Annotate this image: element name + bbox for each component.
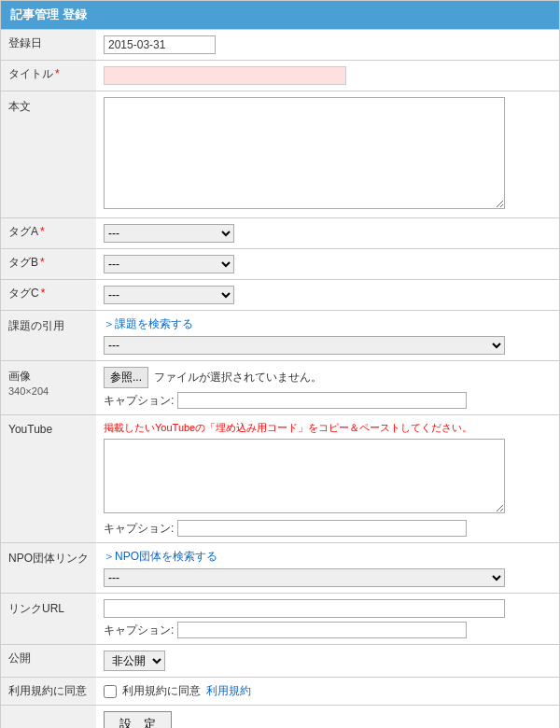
image-file-row: 参照... ファイルが選択されていません。 <box>104 367 552 388</box>
label-tag-b: タグB* <box>1 249 96 280</box>
row-registration-date: 登録日 <box>1 30 559 61</box>
row-tag-c: タグC* --- <box>1 280 559 311</box>
link-caption-input[interactable] <box>177 622 467 638</box>
label-link-url: リンクURL <box>1 594 96 645</box>
label-title: タイトル* <box>1 61 96 91</box>
image-caption-input[interactable] <box>177 392 467 409</box>
terms-checkbox[interactable] <box>104 685 117 698</box>
page-title: 記事管理 登録 <box>10 7 87 21</box>
link-caption-label: キャプション: <box>104 623 174 638</box>
issue-select[interactable]: --- <box>104 336 505 355</box>
row-issue: 課題の引用 ＞課題を検索する --- <box>1 311 559 361</box>
row-body: 本文 <box>1 91 559 218</box>
label-body: 本文 <box>1 91 96 218</box>
youtube-caption-input[interactable] <box>177 520 467 537</box>
value-image: 参照... ファイルが選択されていません。 キャプション: <box>96 361 559 415</box>
public-select[interactable]: 非公開 公開 <box>104 651 165 671</box>
form-table: 登録日 タイトル* 本文 タグA* <box>1 29 559 728</box>
value-youtube: 掲載したいYouTubeの「埋め込み用コード」をコピー＆ペーストしてください。 … <box>96 415 559 543</box>
terms-row: 利用規約に同意 利用規約 <box>104 683 552 699</box>
value-tag-c: --- <box>96 280 559 311</box>
value-tag-a: --- <box>96 218 559 249</box>
issue-search-link[interactable]: ＞課題を検索する <box>104 317 193 330</box>
image-caption-row: キャプション: <box>104 392 552 409</box>
label-public: 公開 <box>1 645 96 678</box>
value-registration-date <box>96 30 559 61</box>
youtube-caption-row: キャプション: <box>104 520 552 537</box>
label-terms: 利用規約に同意 <box>1 678 96 706</box>
npo-select[interactable]: --- <box>104 568 505 587</box>
link-url-input[interactable] <box>104 599 505 618</box>
value-public: 非公開 公開 <box>96 645 559 678</box>
tag-b-select[interactable]: --- <box>104 255 234 273</box>
row-tag-a: タグA* --- <box>1 218 559 249</box>
label-npo: NPO団体リンク <box>1 543 96 594</box>
value-body <box>96 91 559 218</box>
row-submit: 設 定 <box>1 706 559 729</box>
label-tag-c: タグC* <box>1 280 96 311</box>
row-npo: NPO団体リンク ＞NPO団体を検索する --- <box>1 543 559 594</box>
youtube-caption-label: キャプション: <box>104 521 174 537</box>
value-submit: 設 定 <box>96 706 559 729</box>
value-link-url: キャプション: <box>96 594 559 645</box>
link-caption-row: キャプション: <box>104 622 552 638</box>
label-youtube: YouTube <box>1 415 96 543</box>
row-image: 画像 340×204 参照... ファイルが選択されていません。 キャプション: <box>1 361 559 415</box>
row-tag-b: タグB* --- <box>1 249 559 280</box>
row-youtube: YouTube 掲載したいYouTubeの「埋め込み用コード」をコピー＆ペースト… <box>1 415 559 543</box>
value-tag-b: --- <box>96 249 559 280</box>
title-input[interactable] <box>104 66 346 85</box>
label-registration-date: 登録日 <box>1 30 96 61</box>
image-caption-label: キャプション: <box>104 393 174 409</box>
label-issue: 課題の引用 <box>1 311 96 361</box>
page-header: 記事管理 登録 <box>1 1 559 29</box>
value-title <box>96 61 559 91</box>
value-terms: 利用規約に同意 利用規約 <box>96 678 559 706</box>
row-link-url: リンクURL キャプション: <box>1 594 559 645</box>
value-issue: ＞課題を検索する --- <box>96 311 559 361</box>
value-npo: ＞NPO団体を検索する --- <box>96 543 559 594</box>
body-textarea[interactable] <box>104 97 505 209</box>
youtube-note: 掲載したいYouTubeの「埋め込み用コード」をコピー＆ペーストしてください。 <box>104 421 552 435</box>
row-terms: 利用規約に同意 利用規約に同意 利用規約 <box>1 678 559 706</box>
page-wrapper: 記事管理 登録 登録日 タイトル* 本文 <box>0 0 560 728</box>
terms-link[interactable]: 利用規約 <box>206 683 251 699</box>
label-image: 画像 340×204 <box>1 361 96 415</box>
label-tag-a: タグA* <box>1 218 96 249</box>
tag-a-select[interactable]: --- <box>104 224 234 243</box>
submit-button[interactable]: 設 定 <box>104 711 172 728</box>
no-file-label: ファイルが選択されていません。 <box>154 370 322 385</box>
youtube-textarea[interactable] <box>104 439 505 513</box>
npo-search-link[interactable]: ＞NPO団体を検索する <box>104 549 552 565</box>
browse-button[interactable]: 参照... <box>104 367 148 388</box>
terms-checkbox-label: 利用規約に同意 <box>122 683 201 699</box>
row-title: タイトル* <box>1 61 559 91</box>
registration-date-input[interactable] <box>104 35 216 54</box>
tag-c-select[interactable]: --- <box>104 286 234 304</box>
row-public: 公開 非公開 公開 <box>1 645 559 678</box>
